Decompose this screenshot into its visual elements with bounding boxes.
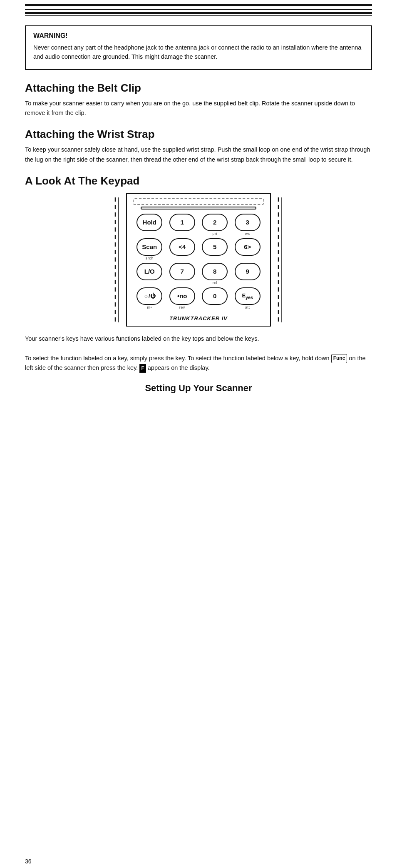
key-1: 1	[167, 214, 198, 237]
key-5-btn[interactable]: 5	[202, 238, 228, 256]
belt-clip-title: Attaching the Belt Clip	[25, 82, 372, 95]
key-scan-label: Scan	[142, 243, 157, 250]
keypad-display-area	[133, 198, 264, 205]
key-1-label: 1	[181, 219, 184, 226]
key-eyes-sub: att	[245, 305, 250, 310]
key-3-label: 3	[246, 219, 249, 226]
keypad-title: A Look At The Keypad	[25, 175, 372, 187]
key-3-btn[interactable]: 3	[235, 214, 261, 231]
keypad-section: A Look At The Keypad	[25, 175, 372, 373]
key-scan-btn[interactable]: Scan	[136, 238, 162, 256]
warning-text: Never connect any part of the headphone …	[33, 43, 364, 62]
key-row-3: L/O 7	[133, 263, 264, 286]
scanner-outer: Hold 1	[111, 193, 286, 327]
brand-row: TRUNKTRACKER IV	[133, 313, 264, 322]
key-7-label: 7	[181, 268, 184, 275]
key-lo-label: L/O	[144, 268, 155, 275]
right-strap-svg	[273, 197, 286, 322]
key-6-btn[interactable]: 6>	[235, 238, 261, 256]
left-strap-svg	[111, 197, 124, 322]
func-key-inline: Func	[331, 354, 347, 363]
key-4-label: <4	[179, 243, 186, 250]
key-no-btn[interactable]: •no	[169, 287, 195, 305]
belt-clip-section: Attaching the Belt Clip To make your sca…	[25, 82, 372, 118]
warning-title: WARNING!	[33, 32, 364, 40]
key-eyes-label: Eyes	[242, 292, 253, 300]
key-no: •no rev	[167, 287, 198, 310]
key-9: 9	[233, 263, 263, 286]
belt-clip-body: To make your scanner easier to carry whe…	[25, 99, 372, 118]
key-eyes-btn[interactable]: Eyes	[235, 287, 261, 305]
key-6-label: 6>	[244, 243, 251, 250]
key-lo-btn[interactable]: L/O	[136, 263, 162, 280]
key-row-2: Scan srch <4	[133, 238, 264, 261]
key-hold-btn[interactable]: Hold	[136, 214, 162, 231]
key-5-label: 5	[213, 243, 216, 250]
keypad-body: Hold 1	[126, 193, 271, 327]
wrist-strap-section: Attaching the Wrist Strap To keep your s…	[25, 128, 372, 164]
key-power-sub: m•	[147, 305, 152, 310]
key-5: 5	[200, 238, 230, 261]
keypad-body2-part1: To select the function labeled on a key,…	[25, 355, 331, 362]
key-8-btn[interactable]: 8	[202, 263, 228, 280]
key-9-label: 9	[246, 268, 249, 275]
keypad-body2: To select the function labeled on a key,…	[25, 354, 372, 373]
warning-box: WARNING! Never connect any part of the h…	[25, 25, 372, 70]
key-3: 3 wx	[233, 214, 263, 237]
key-scan-sub: srch	[146, 256, 154, 261]
page-container: WARNING! Never connect any part of the h…	[0, 4, 397, 868]
key-4: <4	[167, 238, 198, 261]
keypad-body1: Your scanner's keys have various functio…	[25, 334, 372, 344]
key-no-label: •no	[177, 292, 187, 299]
f-key-inline: F	[139, 364, 146, 373]
key-power-btn[interactable]: ☼/⏻	[136, 287, 162, 305]
key-8-sub: rcl	[213, 281, 217, 286]
key-3-sub: wx	[245, 232, 250, 237]
key-power-label: ☼/⏻	[144, 293, 156, 299]
key-row-4: ☼/⏻ m• •no rev	[133, 287, 264, 310]
key-scan: Scan srch	[134, 238, 165, 261]
key-7-btn[interactable]: 7	[169, 263, 195, 280]
wrist-strap-title: Attaching the Wrist Strap	[25, 128, 372, 141]
key-2: 2 pri	[200, 214, 230, 237]
key-lo: L/O	[134, 263, 165, 286]
page-number: 36	[25, 858, 32, 865]
keypad-illustration-container: Hold 1	[25, 193, 372, 327]
key-8-label: 8	[213, 268, 216, 275]
key-rows: Hold 1	[133, 214, 264, 310]
bottom-section-title: Setting Up Your Scanner	[25, 383, 372, 394]
key-hold-label: Hold	[143, 219, 156, 226]
keypad-top-bar	[141, 207, 256, 210]
top-rule-1	[25, 4, 372, 10]
key-2-btn[interactable]: 2	[202, 214, 228, 231]
key-0-label: 0	[213, 292, 216, 299]
key-2-sub: pri	[212, 232, 217, 237]
key-1-btn[interactable]: 1	[169, 214, 195, 231]
key-7: 7	[167, 263, 198, 286]
key-8: 8 rcl	[200, 263, 230, 286]
key-0-btn[interactable]: 0	[202, 287, 228, 305]
key-4-btn[interactable]: <4	[169, 238, 195, 256]
wrist-strap-body: To keep your scanner safely close at han…	[25, 145, 372, 164]
key-0: 0	[200, 287, 230, 310]
key-6: 6>	[233, 238, 263, 261]
key-no-sub: rev	[179, 305, 185, 310]
key-2-label: 2	[213, 219, 216, 226]
top-rule-2	[25, 12, 372, 16]
key-power: ☼/⏻ m•	[134, 287, 165, 310]
key-eyes: Eyes att	[233, 287, 263, 310]
key-row-1: Hold 1	[133, 214, 264, 237]
brand-tracker: TRACKER IV	[191, 315, 228, 322]
brand-text: TRUNKTRACKER IV	[169, 315, 228, 322]
key-hold: Hold	[134, 214, 165, 237]
brand-trunk: TRUNK	[169, 315, 191, 322]
key-9-btn[interactable]: 9	[235, 263, 261, 280]
keypad-body2-part3: appears on the display.	[146, 364, 210, 371]
